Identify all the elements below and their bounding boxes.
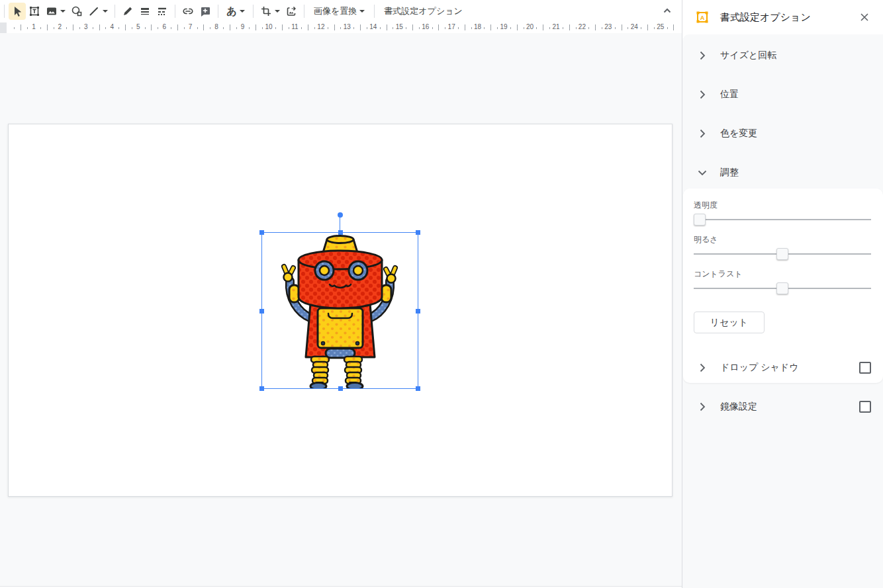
ruler-tick	[536, 27, 537, 29]
ruler-tick	[406, 27, 406, 29]
ruler-tick	[549, 27, 550, 29]
replace-image-icon	[285, 5, 297, 17]
ruler-tick	[353, 27, 354, 29]
ruler-tick	[569, 24, 570, 30]
toolbar-divider	[253, 5, 254, 18]
ruler-number: 11	[291, 23, 298, 30]
close-panel-button[interactable]	[859, 11, 870, 26]
toolbar-divider	[304, 5, 304, 18]
drop-shadow-checkbox[interactable]	[859, 362, 871, 374]
insert-image-tool-button[interactable]	[43, 3, 68, 20]
replace-image-icon-button[interactable]	[283, 3, 300, 20]
ruler-number: 6	[162, 23, 166, 30]
link-icon	[182, 5, 194, 17]
robot-image[interactable]	[261, 232, 418, 389]
ruler-number: 13	[344, 23, 351, 30]
slider-thumb[interactable]	[694, 214, 706, 226]
collapse-toolbar-button[interactable]	[662, 5, 673, 19]
ruler-tick	[647, 24, 648, 30]
border-color-tool-button[interactable]	[119, 3, 136, 20]
contrast-label: コントラスト	[694, 269, 743, 280]
ruler-tick	[99, 24, 100, 30]
section-label: 位置	[720, 89, 739, 101]
replace-image-menu-button[interactable]: 画像を置換	[308, 3, 370, 20]
reset-button-label: リセット	[710, 317, 748, 329]
reflection-checkbox[interactable]	[859, 401, 871, 413]
section-recolor[interactable]: 色を変更	[682, 120, 883, 147]
ruler-tick	[654, 27, 655, 29]
insert-link-button[interactable]	[179, 3, 197, 20]
toolbar-divider	[4, 5, 5, 18]
ruler-tick	[576, 27, 577, 29]
brightness-label: 明るさ	[694, 234, 718, 245]
border-dash-tool-button[interactable]	[154, 3, 171, 20]
slider-thumb[interactable]	[776, 282, 788, 294]
toolbar-divider	[175, 5, 175, 18]
resize-handle-se[interactable]	[416, 386, 420, 391]
ruler-number: 9	[241, 23, 245, 30]
add-comment-button[interactable]	[197, 3, 214, 20]
ruler-tick	[203, 24, 204, 30]
rotation-handle[interactable]	[338, 212, 343, 218]
slider-thumb[interactable]	[776, 248, 788, 260]
ruler-tick	[158, 27, 158, 29]
section-label: ドロップ シャドウ	[720, 362, 799, 374]
ruler-number: 16	[422, 23, 429, 30]
ruler-tick	[517, 24, 518, 30]
format-options-button[interactable]: 書式設定オプション	[379, 3, 468, 20]
slider-track[interactable]	[694, 219, 871, 220]
input-tools-button[interactable]: あ	[222, 3, 249, 20]
ruler-number: 19	[500, 23, 507, 30]
ruler-tick	[602, 27, 602, 29]
insert-shape-tool-button[interactable]	[68, 3, 85, 20]
resize-handle-ne[interactable]	[416, 230, 420, 235]
brightness-slider[interactable]	[694, 248, 871, 260]
ruler-tick	[328, 27, 328, 29]
panel-header: A 書式設定オプション	[682, 0, 883, 34]
ruler-tick	[432, 27, 433, 29]
section-reflection[interactable]: 鏡像設定	[682, 394, 883, 420]
line-weight-icon	[139, 5, 151, 17]
ruler-number: 14	[369, 23, 377, 30]
toolbar-divider	[374, 5, 375, 18]
crop-image-button[interactable]	[257, 3, 283, 20]
ruler-tick	[438, 24, 439, 30]
section-adjustments[interactable]: 調整	[682, 159, 883, 186]
section-size-rotation[interactable]: サイズと回転	[682, 42, 883, 69]
transparency-slider[interactable]	[694, 214, 871, 226]
border-weight-tool-button[interactable]	[136, 3, 154, 20]
ruler-tick	[93, 27, 93, 29]
ruler-tick	[282, 24, 283, 30]
resize-handle-nw[interactable]	[259, 230, 264, 235]
ruler-tick	[275, 27, 276, 29]
ruler-tick	[419, 27, 420, 29]
ruler-tick	[132, 27, 132, 29]
reset-button[interactable]: リセット	[694, 312, 765, 333]
ruler-tick	[151, 24, 152, 30]
format-options-label: 書式設定オプション	[384, 5, 463, 17]
canvas[interactable]	[0, 33, 682, 586]
ruler-number: 21	[552, 23, 559, 30]
chevron-right-icon	[697, 401, 708, 415]
insert-line-tool-button[interactable]	[85, 3, 111, 20]
resize-handle-n[interactable]	[338, 230, 343, 235]
section-position[interactable]: 位置	[682, 81, 883, 108]
section-drop-shadow[interactable]: ドロップ シャドウ	[682, 355, 883, 381]
ruler-tick	[66, 27, 67, 29]
ruler-tick	[289, 27, 289, 29]
resize-handle-s[interactable]	[338, 386, 343, 391]
resize-handle-sw[interactable]	[259, 386, 264, 391]
ruler-tick	[412, 24, 413, 30]
ruler-number: 22	[579, 23, 586, 30]
text-box-tool-button[interactable]	[26, 3, 43, 20]
resize-handle-e[interactable]	[416, 309, 420, 314]
ruler-tick	[308, 24, 308, 30]
toolbar: あ 画像を置換 書式設定オプション	[0, 0, 682, 22]
resize-handle-w[interactable]	[259, 309, 264, 314]
chevron-down-icon	[359, 10, 365, 13]
contrast-slider[interactable]	[694, 282, 871, 294]
select-tool-button[interactable]	[9, 3, 26, 20]
section-label: 色を変更	[720, 128, 757, 140]
ruler-number: 18	[474, 23, 481, 30]
image-icon	[46, 5, 58, 17]
